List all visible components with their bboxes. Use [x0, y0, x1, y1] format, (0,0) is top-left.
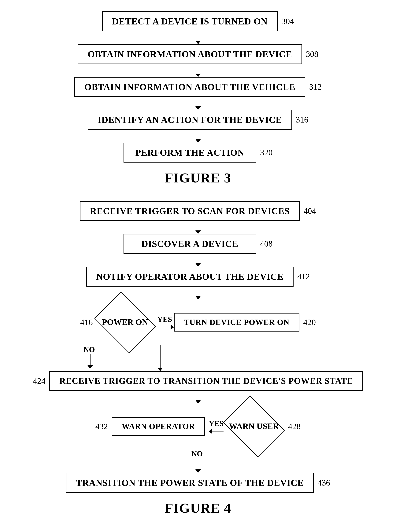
arrow-424-428	[195, 391, 201, 404]
figure3-label: FIGURE 3	[165, 170, 231, 186]
ref-416: 416	[80, 317, 93, 327]
diamond-416-text: POWER ON	[102, 317, 148, 327]
arrow-312-316	[195, 97, 201, 110]
arrow-head	[195, 230, 201, 234]
box-424: RECEIVE TRIGGER TO TRANSITION THE DEVICE…	[49, 371, 363, 391]
box-320: PERFORM THE ACTION	[123, 143, 256, 163]
arrow-line	[198, 97, 198, 106]
arrow-head	[195, 400, 201, 404]
step-304: DETECT A DEVICE IS TURNED ON 304	[102, 11, 294, 31]
figure4-section: RECEIVE TRIGGER TO SCAN FOR DEVICES 404 …	[15, 201, 381, 516]
box-420: TURN DEVICE POWER ON	[174, 313, 300, 332]
ref-412: 412	[297, 272, 310, 281]
merge-to-424: NO	[15, 345, 381, 371]
figure3-section: DETECT A DEVICE IS TURNED ON 304 OBTAIN …	[15, 11, 381, 186]
branch-416: 416 POWER ON YES	[80, 299, 316, 345]
ref-428: 428	[288, 422, 301, 431]
no-v-line	[90, 354, 91, 365]
box-436: TRANSITION THE POWER STATE OF THE DEVICE	[66, 473, 314, 493]
diamond-416: POWER ON	[95, 299, 155, 345]
420-down-arrow	[157, 345, 163, 371]
ref-420: 420	[303, 317, 316, 327]
no-branch-416: NO	[83, 345, 97, 369]
yes-h-line	[155, 327, 171, 327]
diamond-428-text: WARN USER	[229, 421, 279, 431]
arrow-head	[195, 74, 201, 77]
box-304: DETECT A DEVICE IS TURNED ON	[102, 11, 278, 31]
step-432-container: 432 WARN OPERATOR	[95, 417, 205, 436]
arrow-404-408	[195, 221, 201, 234]
step-408: DISCOVER A DEVICE 408	[123, 234, 273, 254]
diamond-428: WARN USER	[223, 404, 284, 449]
420-v-line	[160, 345, 161, 368]
ref-432: 432	[95, 422, 108, 431]
step-316: IDENTIFY AN ACTION FOR THE DEVICE 316	[88, 110, 308, 130]
arrow-line	[198, 31, 198, 41]
box-408: DISCOVER A DEVICE	[123, 234, 256, 254]
arrow-line	[198, 286, 198, 296]
box-312: OBTAIN INFORMATION ABOUT THE VEHICLE	[74, 77, 305, 97]
step-436: TRANSITION THE POWER STATE OF THE DEVICE…	[66, 473, 330, 493]
step-312: OBTAIN INFORMATION ABOUT THE VEHICLE 312	[74, 77, 322, 97]
no-arrow-head	[87, 365, 93, 369]
step-320: PERFORM THE ACTION 320	[123, 143, 273, 163]
ref-316: 316	[296, 115, 308, 125]
yes-arrow-head	[171, 325, 174, 330]
arrow-head	[195, 41, 201, 44]
no-v-line-428	[198, 458, 198, 469]
yes-arrow-left-head	[209, 429, 212, 434]
no-label-416: NO	[83, 345, 95, 354]
arrow-line	[198, 254, 198, 263]
arrow-line	[198, 64, 198, 74]
arrow-head	[195, 263, 201, 267]
arrow-316-320	[195, 130, 201, 143]
figure4-label: FIGURE 4	[165, 500, 231, 516]
ref-308: 308	[306, 49, 318, 59]
ref-312: 312	[309, 82, 322, 92]
yes-label-416: YES	[157, 315, 172, 324]
arrow-line	[198, 391, 198, 400]
yes-left-arrow: YES	[209, 419, 223, 434]
ref-304: 304	[281, 17, 294, 26]
arrow-412-416	[195, 286, 201, 299]
branch-428: 432 WARN OPERATOR YES	[95, 404, 301, 449]
no-branch-428: NO	[192, 449, 205, 473]
ref-404: 404	[304, 206, 316, 216]
arrow-head	[195, 106, 201, 110]
box-412: NOTIFY OPERATOR ABOUT THE DEVICE	[86, 267, 294, 286]
fig4-flow: RECEIVE TRIGGER TO SCAN FOR DEVICES 404 …	[15, 201, 381, 493]
arrow-line	[198, 130, 198, 139]
ref-424: 424	[33, 376, 46, 386]
no-label-428: NO	[192, 449, 203, 458]
box-316: IDENTIFY AN ACTION FOR THE DEVICE	[88, 110, 292, 130]
box-404: RECEIVE TRIGGER TO SCAN FOR DEVICES	[80, 201, 300, 221]
box-432: WARN OPERATOR	[112, 417, 205, 436]
arrow-head	[195, 296, 201, 299]
arrow-304-308	[195, 31, 201, 44]
arrow-408-412	[195, 254, 201, 267]
arrow-308-312	[195, 64, 201, 77]
yes-label-428: YES	[209, 419, 224, 428]
step-412: NOTIFY OPERATOR ABOUT THE DEVICE 412	[86, 267, 310, 286]
no-arrow-head-428	[195, 469, 201, 473]
yes-h-line-left	[212, 431, 223, 431]
step-424: 424 RECEIVE TRIGGER TO TRANSITION THE DE…	[33, 371, 363, 391]
arrow-head	[195, 139, 201, 143]
step-308: OBTAIN INFORMATION ABOUT THE DEVICE 308	[78, 44, 318, 64]
arrow-line	[198, 221, 198, 230]
step-404: RECEIVE TRIGGER TO SCAN FOR DEVICES 404	[80, 201, 316, 221]
box-308: OBTAIN INFORMATION ABOUT THE DEVICE	[78, 44, 302, 64]
yes-branch-416: YES	[155, 315, 174, 330]
ref-320: 320	[260, 148, 273, 157]
step-420-container: TURN DEVICE POWER ON 420	[174, 313, 316, 332]
420-arrow-head	[157, 368, 163, 371]
ref-436: 436	[318, 478, 330, 488]
ref-408: 408	[260, 239, 273, 249]
page: DETECT A DEVICE IS TURNED ON 304 OBTAIN …	[0, 0, 396, 532]
